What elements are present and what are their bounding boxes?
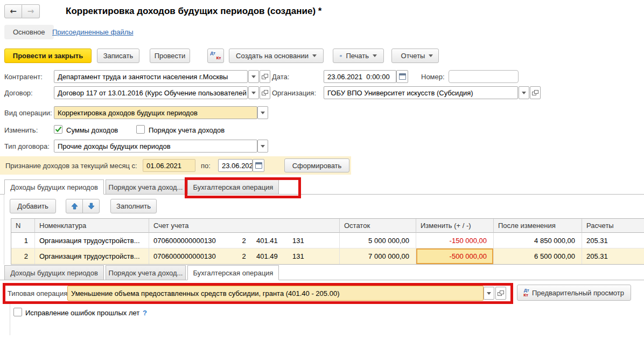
cell-settlements[interactable]: 205.31 <box>582 233 644 248</box>
col-header-account[interactable]: Счет учета <box>149 219 340 233</box>
col-header-settlements[interactable]: Расчеты <box>582 219 644 233</box>
add-row-button[interactable]: Добавить <box>10 199 56 213</box>
number-input[interactable] <box>449 70 519 83</box>
contract-type-select[interactable]: Прочие доходы будущих периодов <box>54 140 257 153</box>
forward-arrow-button[interactable]: → <box>22 4 40 18</box>
write-button[interactable]: Записать <box>97 49 139 63</box>
checkbox-income-sums[interactable] <box>54 125 62 134</box>
cell-nomenclature[interactable]: Организация трудоустройств... <box>35 248 149 264</box>
col-header-after[interactable]: После изменения <box>494 219 582 233</box>
cell-n[interactable]: 2 <box>11 248 35 264</box>
document-form-window: ← → Корректировка доходов будущих период… <box>0 0 644 339</box>
period-to-input[interactable]: 23.06.2021 <box>218 159 253 172</box>
tab-top-accounting-operation[interactable]: Бухгалтерская операция <box>187 179 279 195</box>
tab-top-deferred-income[interactable]: Доходы будущих периодов <box>4 179 104 195</box>
create-on-basis-button[interactable]: Создать на основании <box>229 49 324 63</box>
checkbox-error-correction-label[interactable]: Исправление ошибок прошлых лет <box>25 306 139 319</box>
reports-button[interactable]: Отчеты <box>391 49 439 63</box>
period-to-calendar-button[interactable] <box>253 159 264 172</box>
col-header-n[interactable]: N <box>11 219 35 233</box>
change-label: Изменить: <box>4 123 38 136</box>
cell-after[interactable]: 6 500 000,00 <box>494 248 582 264</box>
counterparty-dropdown-button[interactable] <box>248 70 259 83</box>
print-button[interactable]: Печать <box>333 49 384 63</box>
dtkt-postings-button[interactable]: ДтКт <box>207 49 224 63</box>
tab-top-accounting-order[interactable]: Порядок учета доход... <box>106 179 186 195</box>
checkbox-error-correction[interactable] <box>13 308 22 316</box>
panel-left-border <box>10 304 10 335</box>
cell-kfo: 2 <box>234 237 254 245</box>
back-arrow-button[interactable]: ← <box>4 4 22 18</box>
contract-open-button[interactable] <box>260 86 270 99</box>
help-question-mark[interactable]: ? <box>143 306 147 319</box>
contract-dropdown-button[interactable] <box>248 86 259 99</box>
table-row-selected[interactable]: 2 Организация трудоустройств... 07060000… <box>11 248 644 264</box>
check-icon <box>55 126 62 133</box>
col-header-nomenclature[interactable]: Номенклатура <box>35 219 149 233</box>
page-title: Корректировка доходов будущих периодов (… <box>66 6 321 17</box>
period-from-input[interactable]: 01.06.2021 <box>143 159 195 172</box>
organization-dropdown-button[interactable] <box>519 86 529 99</box>
cell-nomenclature[interactable]: Организация трудоустройств... <box>35 233 149 248</box>
contract-input[interactable]: Договор 117 от 13.01.2016 (Курс Обучение… <box>54 86 248 99</box>
move-row-down-button[interactable] <box>82 199 100 213</box>
contract-type-dropdown-button[interactable] <box>257 140 268 153</box>
typical-operation-input[interactable]: Уменьшение объема предоставленных средст… <box>67 286 484 301</box>
period-to-label: по: <box>201 159 211 172</box>
contract-label: Договор: <box>4 86 33 99</box>
panel-left-border <box>4 195 4 265</box>
cell-after[interactable]: 4 850 000,00 <box>494 233 582 248</box>
arrow-down-icon <box>88 203 95 210</box>
typical-operation-open-button[interactable] <box>495 287 506 300</box>
cell-settlements[interactable]: 205.31 <box>582 248 644 264</box>
col-header-change[interactable]: Изменить (+ / -) <box>416 219 494 233</box>
counterparty-input[interactable]: Департамент труда и занятости населения … <box>54 70 248 83</box>
operation-kind-select[interactable]: Корректировка доходов будущих периодов <box>54 106 257 119</box>
organization-input[interactable]: ГОБУ ВПО Университет искусств (Субсидия) <box>324 86 518 99</box>
tab-bottom-accounting-operation[interactable]: Бухгалтерская операция <box>187 265 279 280</box>
typical-operation-dropdown-button[interactable] <box>484 287 494 300</box>
cell-balance[interactable]: 7 000 000,00 <box>340 248 416 264</box>
tab-bottom-accounting-order[interactable]: Порядок учета доход... <box>106 265 186 280</box>
date-label: Дата: <box>272 70 289 83</box>
nav-link-attached-files[interactable]: Присоединенные файлы <box>52 25 134 39</box>
checkbox-income-sums-label[interactable]: Суммы доходов <box>66 123 118 136</box>
reports-label: Отчеты <box>401 52 425 60</box>
cell-balance[interactable]: 5 000 000,00 <box>340 233 416 248</box>
operation-kind-dropdown-button[interactable] <box>257 106 268 119</box>
checkbox-accounting-order[interactable] <box>136 125 145 134</box>
post-button[interactable]: Провести <box>150 49 190 63</box>
chevron-down-icon <box>251 75 256 78</box>
cell-kbk: 0706000000000130 <box>149 237 234 245</box>
preview-button[interactable]: ДтКт Предварительный просмотр <box>517 285 631 301</box>
deferred-income-table: N Номенклатура Счет учета Остаток Измени… <box>11 218 644 265</box>
typical-operation-label: Типовая операция: <box>8 287 69 300</box>
chevron-down-icon <box>522 92 526 94</box>
table-row[interactable]: 1 Организация трудоустройств... 07060000… <box>11 233 644 248</box>
calendar-icon <box>399 73 406 80</box>
chevron-down-icon <box>429 54 433 57</box>
cell-change[interactable]: -150 000,00 <box>416 233 494 248</box>
nav-tab-main[interactable]: Основное <box>4 25 54 39</box>
move-row-up-button[interactable] <box>66 199 83 213</box>
operation-kind-label: Вид операции: <box>4 106 52 119</box>
organization-open-button[interactable] <box>530 86 541 99</box>
open-form-icon <box>532 90 538 95</box>
cell-n[interactable]: 1 <box>11 233 35 248</box>
preview-label: Предварительный просмотр <box>532 289 624 297</box>
post-and-close-button[interactable]: Провести и закрыть <box>4 49 92 63</box>
generate-button[interactable]: Сформировать <box>284 158 349 172</box>
cell-account[interactable]: 0706000000000130 2 401.41 131 <box>149 233 340 248</box>
cell-account[interactable]: 0706000000000130 2 401.49 131 <box>149 248 340 264</box>
col-header-balance[interactable]: Остаток <box>340 219 416 233</box>
cell-change-selected[interactable]: -500 000,00 <box>416 248 494 264</box>
fill-button[interactable]: Заполнить <box>110 199 157 213</box>
date-calendar-button[interactable] <box>396 70 408 83</box>
tab-bottom-deferred-income[interactable]: Доходы будущих периодов <box>4 265 104 280</box>
counterparty-open-button[interactable] <box>260 70 270 83</box>
date-input[interactable]: 23.06.2021 0:00:00 <box>324 70 396 83</box>
cell-kosgu: 131 <box>292 252 325 260</box>
checkbox-accounting-order-label[interactable]: Порядок учета доходов <box>149 123 225 136</box>
cell-kfo: 2 <box>234 252 254 260</box>
chevron-down-icon <box>261 145 265 148</box>
